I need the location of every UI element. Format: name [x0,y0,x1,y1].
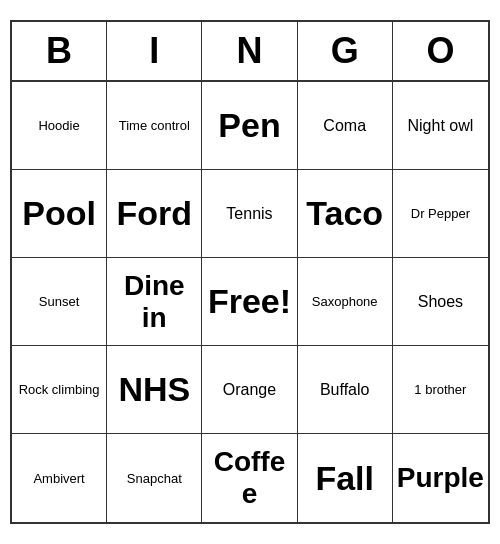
bingo-cell-0: Hoodie [12,82,107,170]
bingo-cell-18: Buffalo [298,346,393,434]
bingo-cell-15: Rock climbing [12,346,107,434]
cell-text-0: Hoodie [38,118,79,133]
bingo-cell-4: Night owl [393,82,488,170]
bingo-cell-13: Saxophone [298,258,393,346]
cell-text-4: Night owl [407,117,473,135]
cell-text-15: Rock climbing [19,382,100,397]
bingo-card: BINGO HoodieTime controlPenComaNight owl… [10,20,490,524]
cell-text-24: Purple [397,462,484,494]
header-letter-b: B [12,22,107,80]
bingo-cell-22: Coffee [202,434,297,522]
cell-text-7: Tennis [226,205,272,223]
bingo-cell-10: Sunset [12,258,107,346]
cell-text-22: Coffee [206,446,292,510]
bingo-cell-5: Pool [12,170,107,258]
bingo-header: BINGO [12,22,488,82]
cell-text-2: Pen [218,106,280,145]
cell-text-23: Fall [315,459,374,498]
cell-text-13: Saxophone [312,294,378,309]
cell-text-12: Free! [208,282,291,321]
bingo-cell-6: Ford [107,170,202,258]
cell-text-19: 1 brother [414,382,466,397]
bingo-cell-9: Dr Pepper [393,170,488,258]
cell-text-3: Coma [323,117,366,135]
cell-text-1: Time control [119,118,190,133]
bingo-cell-14: Shoes [393,258,488,346]
cell-text-5: Pool [22,194,96,233]
bingo-cell-17: Orange [202,346,297,434]
bingo-cell-23: Fall [298,434,393,522]
bingo-cell-19: 1 brother [393,346,488,434]
bingo-cell-1: Time control [107,82,202,170]
cell-text-6: Ford [117,194,193,233]
bingo-cell-8: Taco [298,170,393,258]
cell-text-11: Dine in [111,270,197,334]
bingo-cell-3: Coma [298,82,393,170]
cell-text-18: Buffalo [320,381,370,399]
cell-text-17: Orange [223,381,276,399]
bingo-cell-7: Tennis [202,170,297,258]
cell-text-10: Sunset [39,294,79,309]
bingo-cell-21: Snapchat [107,434,202,522]
cell-text-8: Taco [306,194,383,233]
bingo-cell-2: Pen [202,82,297,170]
header-letter-g: G [298,22,393,80]
cell-text-16: NHS [118,370,190,409]
cell-text-21: Snapchat [127,471,182,486]
bingo-cell-20: Ambivert [12,434,107,522]
bingo-cell-11: Dine in [107,258,202,346]
bingo-cell-24: Purple [393,434,488,522]
header-letter-i: I [107,22,202,80]
cell-text-20: Ambivert [33,471,84,486]
bingo-cell-16: NHS [107,346,202,434]
header-letter-n: N [202,22,297,80]
cell-text-14: Shoes [418,293,463,311]
cell-text-9: Dr Pepper [411,206,470,221]
header-letter-o: O [393,22,488,80]
bingo-grid: HoodieTime controlPenComaNight owlPoolFo… [12,82,488,522]
bingo-cell-12: Free! [202,258,297,346]
